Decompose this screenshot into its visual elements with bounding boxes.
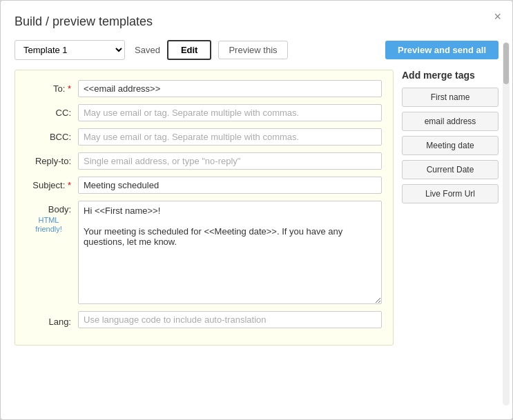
html-hint: HTMLfriendly! bbox=[26, 216, 71, 234]
close-button[interactable]: × bbox=[494, 10, 501, 23]
scrollbar[interactable] bbox=[503, 42, 510, 406]
body-label-col: Body: HTMLfriendly! bbox=[26, 201, 78, 234]
lang-row: Lang: bbox=[26, 311, 382, 328]
lang-input[interactable] bbox=[78, 311, 382, 328]
cc-row: CC: bbox=[26, 104, 382, 121]
to-label: To: * bbox=[26, 80, 78, 94]
subject-input[interactable] bbox=[78, 177, 382, 194]
template-select[interactable]: Template 1Template 2Template 3 bbox=[14, 40, 125, 60]
preview-send-button[interactable]: Preview and send all bbox=[385, 41, 499, 59]
to-row: To: * bbox=[26, 80, 382, 97]
merge-tag-meeting-date[interactable]: Meeting date bbox=[402, 136, 499, 155]
sidebar-title: Add merge tags bbox=[402, 70, 499, 81]
reply-to-label: Reply-to: bbox=[26, 152, 78, 166]
merge-tag-current-date[interactable]: Current Date bbox=[402, 160, 499, 179]
body-row: Body: HTMLfriendly! Hi <<First name>>! Y… bbox=[26, 201, 382, 304]
to-required: * bbox=[68, 83, 71, 94]
sidebar: Add merge tags First name email address … bbox=[402, 70, 499, 346]
reply-to-input[interactable] bbox=[78, 152, 382, 170]
lang-label: Lang: bbox=[26, 313, 78, 327]
body-textarea[interactable]: Hi <<First name>>! Your meeting is sched… bbox=[78, 201, 382, 304]
content-area: To: * CC: BCC: Reply-to: Subject: bbox=[14, 70, 499, 346]
modal-title: Build / preview templates bbox=[14, 14, 499, 29]
bcc-input[interactable] bbox=[78, 128, 382, 146]
form-panel: To: * CC: BCC: Reply-to: Subject: bbox=[14, 70, 394, 346]
subject-required: * bbox=[68, 180, 71, 190]
modal-container: × Build / preview templates Template 1Te… bbox=[0, 0, 513, 420]
edit-button[interactable]: Edit bbox=[167, 40, 212, 60]
bcc-row: BCC: bbox=[26, 128, 382, 146]
cc-input[interactable] bbox=[78, 104, 382, 121]
to-input[interactable] bbox=[78, 80, 382, 97]
cc-label: CC: bbox=[26, 104, 78, 118]
subject-row: Subject: * bbox=[26, 177, 382, 194]
subject-label: Subject: * bbox=[26, 177, 78, 190]
preview-this-button[interactable]: Preview this bbox=[218, 41, 287, 59]
merge-tag-live-form-url[interactable]: Live Form Url bbox=[402, 184, 499, 203]
bcc-label: BCC: bbox=[26, 128, 78, 142]
saved-label: Saved bbox=[135, 45, 160, 55]
merge-tag-email-address[interactable]: email address bbox=[402, 112, 499, 131]
reply-to-row: Reply-to: bbox=[26, 152, 382, 170]
scrollbar-thumb bbox=[503, 43, 509, 84]
merge-tag-first-name[interactable]: First name bbox=[402, 88, 499, 107]
body-label: Body: bbox=[26, 204, 71, 214]
toolbar: Template 1Template 2Template 3 Saved Edi… bbox=[14, 40, 499, 60]
